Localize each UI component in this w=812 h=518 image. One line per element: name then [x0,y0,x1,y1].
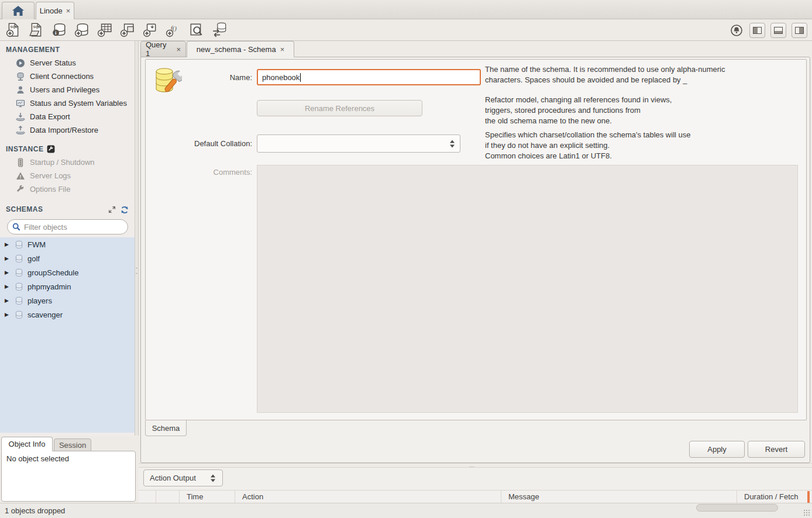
instance-section-header: INSTANCE [0,137,135,156]
sidebar-item-server-status[interactable]: Server Status [0,56,135,70]
connection-tab-linode[interactable]: Linode × [36,2,74,19]
sidebar-item-label: Status and System Variables [30,99,127,108]
comments-textarea[interactable] [257,165,798,413]
schema-item-fwm[interactable]: ▶ FWM [0,237,135,251]
tab-query-1[interactable]: Query 1 × [140,41,186,57]
collation-label: Default Collation: [169,139,252,148]
sidebar-item-users-privileges[interactable]: Users and Privileges [0,83,135,96]
options-file-icon [16,185,25,194]
toggle-right-panel-button[interactable] [792,23,807,38]
column-header-duration[interactable]: Duration / Fetch [737,491,812,503]
sidebar-item-label: Server Status [30,58,76,67]
column-header-status[interactable] [139,491,156,503]
create-view-icon[interactable] [119,22,135,38]
create-procedure-icon[interactable] [142,22,158,38]
expander-icon[interactable]: ▶ [5,270,11,275]
navigator-sidebar: MANAGEMENT Server Status Client Connecti… [0,41,135,436]
schema-icon [15,296,23,305]
open-sql-file-icon[interactable]: SQL [28,22,44,38]
tab-label: Object Info [9,440,46,448]
rename-references-button[interactable]: Rename References [257,100,422,116]
search-data-icon[interactable] [188,22,204,38]
sidebar-splitter[interactable] [135,41,139,436]
status-text: 1 objects dropped [5,506,65,515]
tab-object-info[interactable]: Object Info [1,437,53,451]
expander-icon[interactable]: ▶ [5,255,11,261]
schema-label: groupSchedule [27,268,78,277]
sidebar-item-system-variables[interactable]: Status and System Variables [0,96,135,110]
text-caret [300,73,301,82]
schema-item-scavenger[interactable]: ▶ scavenger [0,308,135,322]
notifications-icon[interactable] [728,22,744,38]
default-collation-select[interactable] [257,134,460,153]
new-sql-file-icon[interactable]: SQL [5,22,21,38]
sidebar-item-label: Data Import/Restore [30,126,98,134]
close-icon[interactable]: × [280,46,285,53]
expander-icon[interactable]: ▶ [5,312,11,317]
comments-label: Comments: [169,168,252,177]
schema-item-groupschedule[interactable]: ▶ groupSchedule [0,265,135,279]
connection-tab-label: Linode [40,6,63,15]
expand-schemas-icon[interactable] [108,206,116,213]
home-tab[interactable] [2,2,35,19]
object-info-content: No object selected [1,451,136,502]
schema-filter-input[interactable] [24,223,118,232]
sidebar-item-options-file[interactable]: Options File [0,182,135,196]
horizontal-scrollbar-thumb[interactable] [696,504,778,512]
sidebar-item-client-connections[interactable]: Client Connections [0,70,135,83]
data-import-icon [16,126,25,135]
management-title: MANAGEMENT [6,46,60,54]
schema-item-phpmyadmin[interactable]: ▶ phpmyadmin [0,279,135,293]
output-selector-label: Action Output [150,474,196,482]
apply-button[interactable]: Apply [689,441,745,458]
create-table-icon[interactable] [97,22,112,38]
schema-label: FWM [27,240,46,249]
action-output-section: Action Output Time Action Message Durati… [139,468,812,503]
column-header-index[interactable] [156,491,180,503]
schema-label: scavenger [27,310,63,319]
sidebar-item-server-logs[interactable]: Server Logs [0,169,135,182]
close-icon[interactable]: × [176,46,181,53]
toggle-left-panel-icon [753,27,762,34]
schema-name-value: phonebook [262,73,300,82]
schema-item-players[interactable]: ▶ players [0,293,135,308]
sidebar-item-label: Startup / Shutdown [30,158,95,167]
schema-icon [15,310,23,319]
expander-icon[interactable]: ▶ [5,298,11,303]
tab-schema-bottom[interactable]: Schema [145,420,187,436]
schema-name-input[interactable]: phonebook [257,69,481,85]
column-header-time[interactable]: Time [180,491,235,503]
create-function-icon[interactable]: f() [165,22,181,38]
sidebar-item-data-import[interactable]: Data Import/Restore [0,123,135,137]
close-icon[interactable]: × [66,7,71,15]
tab-label: Query 1 [146,40,172,58]
column-header-action[interactable]: Action [235,491,501,503]
sync-database-icon[interactable] [211,22,226,38]
refresh-schemas-icon[interactable] [121,206,129,214]
output-selector[interactable]: Action Output [143,469,223,486]
toggle-bottom-panel-button[interactable] [770,23,786,38]
name-help-text: The name of the schema. It is recommende… [485,64,795,85]
expander-icon[interactable]: ▶ [5,284,11,289]
server-status-icon [16,58,25,68]
sidebar-item-label: Users and Privileges [30,85,99,94]
column-header-message[interactable]: Message [501,491,737,503]
output-splitter[interactable]: ⋯ [139,463,812,468]
schema-item-golf[interactable]: ▶ golf [0,251,135,265]
sidebar-item-data-export[interactable]: Data Export [0,110,135,123]
sidebar-item-startup-shutdown[interactable]: Startup / Shutdown [0,156,135,169]
schemas-section-header: SCHEMAS [0,196,135,216]
tab-new-schema[interactable]: new_schema - Schema × [187,41,294,57]
main-toolbar: SQL SQL i f() [0,19,812,41]
button-label: Revert [765,445,787,454]
toggle-left-panel-button[interactable] [749,23,765,38]
revert-button[interactable]: Revert [748,441,805,458]
startup-shutdown-icon [16,158,25,167]
inspect-database-icon[interactable]: i [51,22,67,38]
create-schema-icon[interactable] [74,22,90,38]
window-resize-grip[interactable] [803,509,810,516]
expander-icon[interactable]: ▶ [5,241,11,247]
object-info-text: No object selected [6,454,69,463]
tab-session[interactable]: Session [54,438,91,451]
sidebar-item-label: Client Connections [30,72,94,81]
